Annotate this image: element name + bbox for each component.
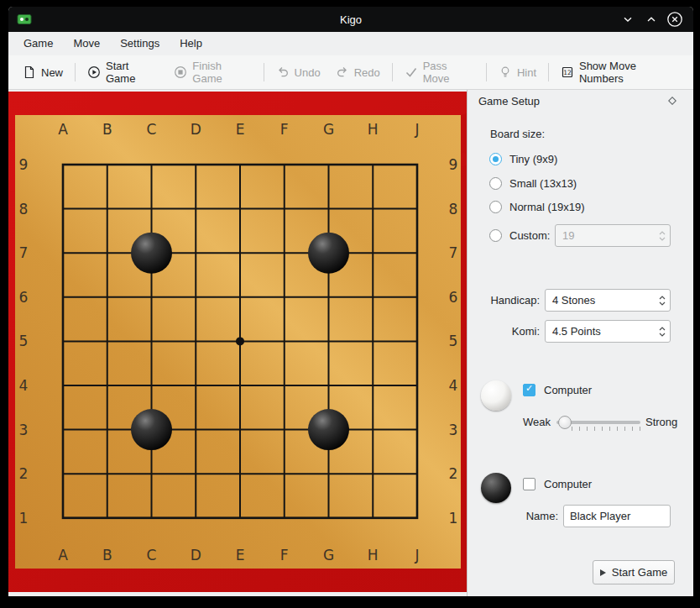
svg-text:H: H	[368, 547, 379, 563]
svg-text:2: 2	[19, 465, 29, 482]
dock-float-icon[interactable]	[668, 97, 676, 105]
toolbar-start-game[interactable]: Start Game	[80, 55, 166, 90]
white-stone-image	[481, 380, 511, 411]
white-computer-checkbox[interactable]: Computer	[523, 383, 592, 396]
toolbar-label: Undo	[295, 66, 321, 79]
game-setup-panel: Game Setup Board size: Tiny (9x9) Small …	[467, 90, 693, 596]
toolbar-label: Hint	[517, 66, 536, 79]
toolbar-show-move-numbers[interactable]: 12Show Move Numbers	[553, 55, 687, 90]
toolbar-separator	[264, 63, 264, 81]
maximize-button[interactable]	[641, 9, 661, 29]
titlebar[interactable]: Kigo	[8, 7, 693, 32]
slider-handle[interactable]	[558, 416, 572, 429]
radio-normal[interactable]: Normal (19x19)	[489, 198, 585, 215]
toolbar-label: Start Game	[106, 60, 159, 85]
spinner-arrows[interactable]	[655, 290, 670, 311]
svg-text:C: C	[147, 121, 157, 138]
handicap-label: Handicap:	[468, 294, 540, 307]
toolbar-separator	[392, 63, 393, 81]
spinner-arrows[interactable]	[655, 321, 670, 342]
svg-text:J: J	[414, 547, 419, 563]
toolbar-label: Redo	[354, 66, 380, 79]
svg-text:3: 3	[19, 422, 29, 438]
komi-value: 4.5 Points	[546, 325, 655, 338]
komi-select[interactable]: 4.5 Points	[545, 320, 671, 343]
radio-indicator	[489, 177, 502, 190]
svg-text:8: 8	[449, 201, 458, 218]
stop-circle-icon	[174, 66, 187, 79]
black-player-name-input[interactable]	[563, 505, 671, 527]
black-stone-image	[481, 473, 511, 503]
strong-label: Strong	[645, 416, 677, 428]
svg-text:A: A	[58, 121, 68, 138]
play-icon	[600, 569, 606, 576]
svg-text:4: 4	[449, 377, 458, 394]
menu-settings[interactable]: Settings	[110, 32, 170, 55]
svg-text:6: 6	[19, 289, 29, 306]
black-computer-checkbox[interactable]: Computer	[523, 477, 592, 490]
toolbar-finish-game: Finish Game	[166, 55, 259, 90]
toolbar-separator	[548, 63, 549, 81]
move-numbers-icon: 12	[561, 66, 574, 79]
play-circle-icon	[87, 66, 101, 79]
svg-text:A: A	[58, 547, 68, 563]
handicap-select[interactable]: 4 Stones	[545, 289, 671, 312]
name-label: Name:	[468, 510, 558, 522]
toolbar-new[interactable]: New	[15, 60, 71, 84]
kigo-window: Kigo GameMoveSettingsHelp NewStart GameF…	[8, 7, 693, 596]
handicap-value: 4 Stones	[546, 294, 655, 307]
svg-text:1: 1	[19, 510, 29, 527]
checkbox-label: Computer	[544, 384, 592, 396]
lightbulb-icon	[499, 66, 512, 79]
svg-text:J: J	[414, 121, 419, 138]
window-title: Kigo	[8, 13, 693, 26]
svg-text:12: 12	[563, 69, 572, 76]
menu-move[interactable]: Move	[63, 32, 110, 55]
svg-text:G: G	[323, 547, 334, 563]
svg-text:3: 3	[449, 422, 458, 438]
radio-tiny[interactable]: Tiny (9x9)	[489, 150, 557, 167]
svg-text:4: 4	[19, 377, 29, 394]
svg-text:B: B	[102, 547, 112, 563]
start-game-button[interactable]: Start Game	[593, 560, 675, 584]
panel-title: Game Setup	[478, 95, 540, 107]
board-size-label: Board size:	[490, 128, 545, 140]
toolbar-pass-move: Pass Move	[397, 55, 482, 90]
radio-label: Small (13x13)	[509, 177, 577, 190]
toolbar: NewStart GameFinish GameUndoRedoPass Mov…	[8, 55, 693, 90]
toolbar-separator	[75, 63, 76, 81]
svg-text:E: E	[236, 121, 245, 138]
slider-ticks	[572, 427, 640, 431]
svg-text:8: 8	[19, 201, 29, 218]
start-game-label: Start Game	[612, 566, 667, 579]
svg-text:D: D	[191, 121, 201, 138]
svg-text:2: 2	[449, 465, 458, 482]
undo-arrow-icon	[276, 66, 290, 79]
spinner-arrows	[655, 225, 670, 246]
close-button[interactable]	[665, 9, 685, 29]
radio-label: Normal (19x19)	[509, 201, 585, 213]
svg-text:5: 5	[19, 333, 29, 349]
menu-help[interactable]: Help	[170, 32, 212, 55]
radio-indicator	[489, 229, 502, 242]
toolbar-label: New	[41, 66, 63, 79]
main-content: AABBCCDDEEFFGGHHJJ998877665544332211 Gam…	[8, 90, 693, 596]
window-controls	[618, 9, 685, 29]
svg-text:E: E	[236, 547, 245, 563]
menu-game[interactable]: Game	[13, 32, 63, 55]
toolbar-label: Finish Game	[192, 60, 251, 85]
radio-custom[interactable]: Custom:	[489, 227, 550, 244]
checkmark-icon	[405, 66, 418, 79]
board-area: AABBCCDDEEFFGGHHJJ998877665544332211	[8, 92, 467, 592]
strength-slider[interactable]	[556, 416, 640, 434]
toolbar-separator	[486, 63, 487, 81]
radio-small[interactable]: Small (13x13)	[489, 175, 577, 191]
svg-text:7: 7	[449, 244, 458, 261]
svg-text:D: D	[191, 547, 201, 563]
go-board[interactable]: AABBCCDDEEFFGGHHJJ998877665544332211	[8, 92, 467, 592]
radio-indicator	[489, 153, 502, 165]
minimize-button[interactable]	[618, 9, 638, 29]
svg-text:B: B	[102, 121, 112, 138]
toolbar-redo: Redo	[328, 60, 388, 84]
svg-text:9: 9	[19, 156, 29, 173]
